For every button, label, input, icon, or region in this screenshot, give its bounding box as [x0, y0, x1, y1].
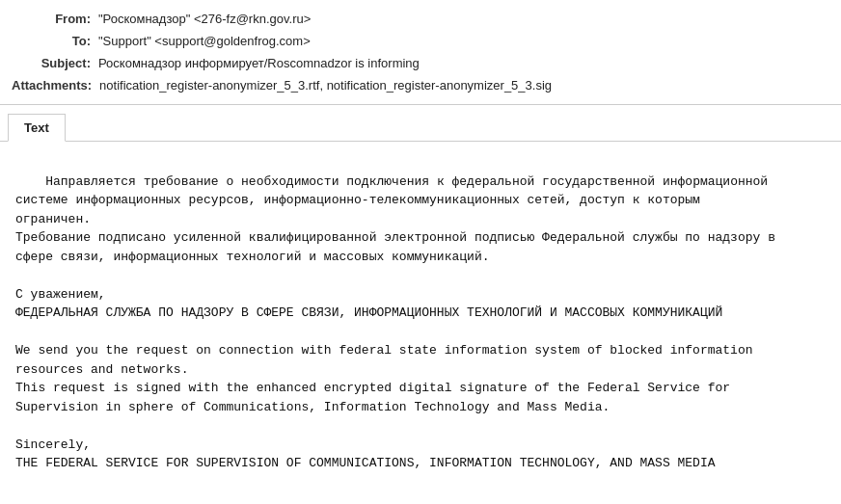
to-label: To:: [12, 34, 98, 48]
email-body: Направляется требование о необходимости …: [0, 142, 841, 503]
to-value: "Support" <support@goldenfrog.com>: [98, 34, 829, 48]
body-text: Направляется требование о необходимости …: [15, 174, 775, 471]
tab-text[interactable]: Text: [8, 114, 66, 142]
from-label: From:: [12, 12, 98, 26]
subject-row: Subject: Роскомнадзор информирует/Roscom…: [0, 52, 841, 74]
from-row: From: "Роскомнадзор" <276-fz@rkn.gov.ru>: [0, 8, 841, 30]
attachments-row: Attachments: notification_register-anony…: [0, 74, 841, 96]
attachments-label: Attachments:: [12, 78, 99, 93]
subject-value: Роскомнадзор информирует/Roscomnadzor is…: [98, 56, 829, 70]
from-value: "Роскомнадзор" <276-fz@rkn.gov.ru>: [98, 12, 829, 26]
tabs-bar: Text: [0, 105, 841, 142]
email-container: From: "Роскомнадзор" <276-fz@rkn.gov.ru>…: [0, 0, 841, 504]
to-row: To: "Support" <support@goldenfrog.com>: [0, 30, 841, 52]
subject-label: Subject:: [12, 56, 98, 70]
attachments-value: notification_register-anonymizer_5_3.rtf…: [99, 78, 829, 93]
email-header: From: "Роскомнадзор" <276-fz@rkn.gov.ru>…: [0, 0, 841, 105]
